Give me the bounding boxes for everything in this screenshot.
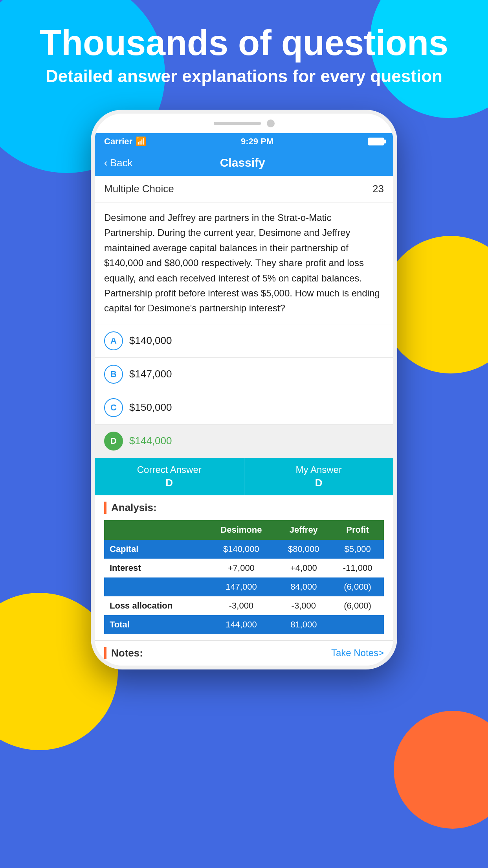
row-interest-jeffrey: +4,000 — [276, 559, 331, 577]
notes-label: Notes: — [104, 647, 143, 659]
correct-answer-value: D — [99, 477, 240, 489]
phone-top — [95, 114, 393, 133]
option-c-text: $150,000 — [129, 401, 172, 414]
table-row-capital: Capital $140,000 $80,000 $5,000 — [104, 540, 384, 559]
table-header-desimone: Desimone — [206, 520, 276, 540]
notes-section: Notes: Take Notes> — [95, 640, 393, 666]
table-row-total: Total 144,000 81,000 — [104, 615, 384, 634]
row-subtotal-jeffrey: 84,000 — [276, 577, 331, 596]
header-subtitle: Detailed answer explanations for every q… — [24, 66, 464, 86]
option-a-circle: A — [104, 331, 123, 350]
question-number: 23 — [372, 183, 384, 195]
table-row-interest: Interest +7,000 +4,000 -11,000 — [104, 559, 384, 577]
row-label-capital: Capital — [104, 540, 206, 559]
row-label-total: Total — [104, 615, 206, 634]
status-bar: Carrier 📶 9:29 PM — [95, 133, 393, 150]
phone-notch — [214, 122, 261, 125]
correct-answer-col: Correct Answer D — [95, 458, 244, 495]
option-b-text: $147,000 — [129, 368, 172, 380]
wifi-icon: 📶 — [136, 136, 146, 147]
row-subtotal-desimone: 147,000 — [206, 577, 276, 596]
phone-wrapper: Carrier 📶 9:29 PM ‹ Back Classify Multip… — [0, 110, 488, 669]
row-loss-desimone: -3,000 — [206, 596, 276, 615]
my-answer-col: My Answer D — [244, 458, 394, 495]
back-chevron-icon: ‹ — [104, 157, 108, 169]
row-label-interest: Interest — [104, 559, 206, 577]
option-d[interactable]: D $144,000 — [95, 425, 393, 458]
analysis-table: Desimone Jeffrey Profit Capital $140,000… — [104, 520, 384, 634]
question-type: Multiple Choice — [104, 183, 174, 195]
row-total-desimone: 144,000 — [206, 615, 276, 634]
back-button[interactable]: ‹ Back — [104, 157, 132, 169]
row-loss-profit: (6,000) — [331, 596, 384, 615]
option-c-circle: C — [104, 398, 123, 417]
analysis-section: Analysis: Desimone Jeffrey Profit Capita… — [95, 495, 393, 640]
my-answer-value: D — [248, 477, 390, 489]
row-subtotal-profit: (6,000) — [331, 577, 384, 596]
question-text: Desimone and Jeffrey are partners in the… — [95, 202, 393, 324]
table-row-loss: Loss allocation -3,000 -3,000 (6,000) — [104, 596, 384, 615]
row-capital-desimone: $140,000 — [206, 540, 276, 559]
row-total-jeffrey: 81,000 — [276, 615, 331, 634]
row-loss-jeffrey: -3,000 — [276, 596, 331, 615]
phone-mockup: Carrier 📶 9:29 PM ‹ Back Classify Multip… — [91, 110, 397, 669]
row-label-loss: Loss allocation — [104, 596, 206, 615]
option-d-circle: D — [104, 432, 123, 451]
bg-blob-orange-right — [394, 711, 488, 829]
correct-answer-label: Correct Answer — [99, 464, 240, 475]
option-a[interactable]: A $140,000 — [95, 324, 393, 358]
analysis-label: Analysis: — [104, 502, 384, 514]
option-a-text: $140,000 — [129, 335, 172, 347]
row-capital-jeffrey: $80,000 — [276, 540, 331, 559]
carrier-label: Carrier — [104, 136, 132, 147]
row-interest-profit: -11,000 — [331, 559, 384, 577]
status-right — [368, 138, 384, 145]
take-notes-link[interactable]: Take Notes> — [331, 647, 384, 658]
my-answer-label: My Answer — [248, 464, 390, 475]
back-label: Back — [110, 157, 133, 169]
row-capital-profit: $5,000 — [331, 540, 384, 559]
nav-title: Classify — [132, 156, 352, 169]
phone-camera — [267, 120, 275, 127]
battery-icon — [368, 138, 384, 145]
status-left: Carrier 📶 — [104, 136, 146, 147]
option-b[interactable]: B $147,000 — [95, 358, 393, 391]
table-header-jeffrey: Jeffrey — [276, 520, 331, 540]
row-label-subtotal — [104, 577, 206, 596]
table-header-profit: Profit — [331, 520, 384, 540]
header-title: Thousands of questions — [24, 24, 464, 63]
status-time: 9:29 PM — [241, 136, 273, 147]
content-area: Multiple Choice 23 Desimone and Jeffrey … — [95, 176, 393, 666]
answer-summary-bar: Correct Answer D My Answer D — [95, 458, 393, 495]
nav-bar: ‹ Back Classify — [95, 150, 393, 176]
row-total-profit — [331, 615, 384, 634]
row-interest-desimone: +7,000 — [206, 559, 276, 577]
table-row-subtotal: 147,000 84,000 (6,000) — [104, 577, 384, 596]
table-header-row-label — [104, 520, 206, 540]
question-header: Multiple Choice 23 — [95, 176, 393, 202]
option-d-text: $144,000 — [129, 435, 172, 447]
option-b-circle: B — [104, 365, 123, 384]
option-c[interactable]: C $150,000 — [95, 391, 393, 425]
header-section: Thousands of questions Detailed answer e… — [0, 0, 488, 102]
